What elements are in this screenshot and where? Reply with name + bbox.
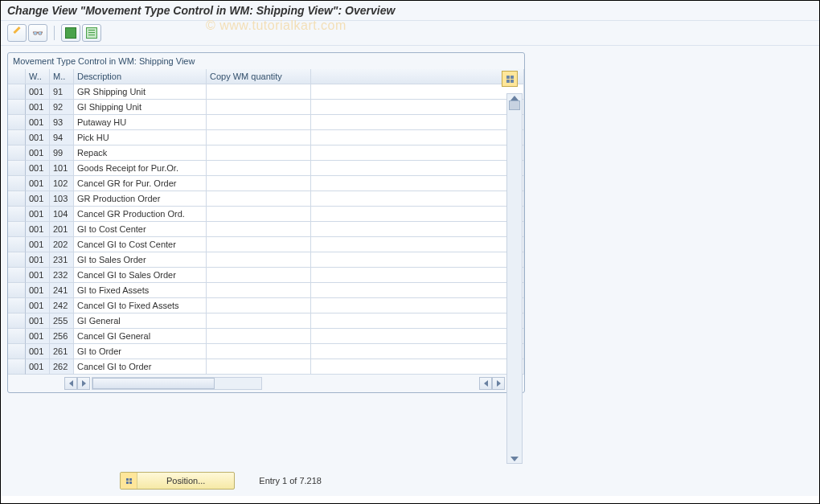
table-row[interactable]: 001231GI to Sales Order	[8, 252, 524, 268]
cell-copy[interactable]	[207, 176, 311, 191]
select-all-button[interactable]	[61, 24, 80, 42]
titlebar: Change View "Movement Type Control in WM…	[1, 1, 819, 21]
row-selector[interactable]	[8, 145, 26, 161]
col-header-select[interactable]	[8, 69, 26, 84]
table-row[interactable]: 001241GI to Fixed Assets	[8, 283, 524, 298]
toolbar-separator	[54, 26, 55, 40]
table-settings-button[interactable]	[502, 71, 518, 87]
details-button[interactable]: 👓	[28, 24, 47, 42]
cell-w: 001	[26, 222, 50, 237]
cell-copy[interactable]	[207, 237, 311, 252]
table-row[interactable]: 001101Goods Receipt for Pur.Or.	[8, 161, 524, 176]
table-row[interactable]: 001242Cancel GI to Fixed Assets	[8, 298, 524, 313]
cell-copy[interactable]	[207, 222, 311, 237]
cell-m: 242	[50, 298, 74, 313]
table-row[interactable]: 00193Putaway HU	[8, 115, 524, 130]
toggle-change-button[interactable]	[7, 24, 27, 42]
table-row[interactable]: 001256Cancel GI General	[8, 329, 524, 344]
chevron-left-icon	[69, 380, 73, 387]
table-row[interactable]: 00192GI Shipping Unit	[8, 100, 524, 115]
row-selector[interactable]	[8, 207, 26, 222]
hscroll-right2-button[interactable]	[492, 377, 505, 390]
cell-copy[interactable]	[207, 191, 311, 207]
vertical-scrollbar[interactable]	[506, 93, 523, 464]
table-row[interactable]: 001255GI General	[8, 313, 524, 329]
cell-copy[interactable]	[207, 359, 311, 375]
row-selector[interactable]	[8, 283, 26, 298]
table-row[interactable]: 00194Pick HU	[8, 130, 524, 145]
table-row[interactable]: 001201GI to Cost Center	[8, 222, 524, 237]
table-row[interactable]: 001232Cancel GI to Sales Order	[8, 268, 524, 283]
hscroll-left-button[interactable]	[64, 377, 77, 390]
row-selector[interactable]	[8, 130, 26, 145]
table-row[interactable]: 001104Cancel GR Production Ord.	[8, 207, 524, 222]
cell-description: Putaway HU	[74, 115, 207, 130]
row-selector[interactable]	[8, 298, 26, 313]
row-selector[interactable]	[8, 344, 26, 359]
cell-m: 261	[50, 344, 74, 359]
col-header-copy[interactable]: Copy WM quantity	[207, 69, 311, 84]
position-button[interactable]: Position...	[120, 472, 235, 490]
page-title: Change View "Movement Type Control in WM…	[7, 4, 813, 17]
cell-copy[interactable]	[207, 84, 311, 100]
row-selector[interactable]	[8, 115, 26, 130]
table-row[interactable]: 001261GI to Order	[8, 344, 524, 359]
deselect-all-button[interactable]	[82, 24, 101, 42]
cell-copy[interactable]	[207, 344, 311, 359]
scroll-thumb[interactable]	[509, 100, 520, 110]
cell-m: 262	[50, 359, 74, 375]
cell-blank	[311, 329, 524, 344]
hscroll-thumb[interactable]	[92, 378, 215, 389]
cell-m: 91	[50, 84, 74, 100]
table-row[interactable]: 00191GR Shipping Unit	[8, 84, 524, 100]
cell-w: 001	[26, 252, 50, 268]
col-header-w[interactable]: W..	[26, 69, 50, 84]
cell-copy[interactable]	[207, 130, 311, 145]
horizontal-scrollbar[interactable]	[8, 375, 524, 392]
cell-copy[interactable]	[207, 161, 311, 176]
row-selector[interactable]	[8, 161, 26, 176]
row-selector[interactable]	[8, 176, 26, 191]
cell-w: 001	[26, 237, 50, 252]
cell-copy[interactable]	[207, 268, 311, 283]
row-selector[interactable]	[8, 329, 26, 344]
col-header-m[interactable]: M..	[50, 69, 74, 84]
cell-copy[interactable]	[207, 313, 311, 329]
cell-copy[interactable]	[207, 252, 311, 268]
hscroll-right-button[interactable]	[77, 377, 90, 390]
cell-copy[interactable]	[207, 298, 311, 313]
cell-m: 232	[50, 268, 74, 283]
table-row[interactable]: 001262Cancel GI to Order	[8, 359, 524, 375]
table-row[interactable]: 00199Repack	[8, 145, 524, 161]
chevron-right-icon	[497, 380, 501, 387]
row-selector[interactable]	[8, 268, 26, 283]
cell-description: Cancel GI to Cost Center	[74, 237, 207, 252]
row-selector[interactable]	[8, 237, 26, 252]
scroll-down-icon[interactable]	[510, 457, 519, 461]
cell-copy[interactable]	[207, 283, 311, 298]
table-row[interactable]: 001202Cancel GI to Cost Center	[8, 237, 524, 252]
cell-w: 001	[26, 313, 50, 329]
row-selector[interactable]	[8, 359, 26, 375]
cell-copy[interactable]	[207, 115, 311, 130]
row-selector[interactable]	[8, 252, 26, 268]
row-selector[interactable]	[8, 222, 26, 237]
cell-copy[interactable]	[207, 100, 311, 115]
table-row[interactable]: 001103GR Production Order	[8, 191, 524, 207]
table-panel: Movement Type Control in WM: Shipping Vi…	[7, 52, 525, 393]
cell-w: 001	[26, 176, 50, 191]
cell-blank	[311, 359, 524, 375]
row-selector[interactable]	[8, 84, 26, 100]
cell-copy[interactable]	[207, 329, 311, 344]
row-selector[interactable]	[8, 191, 26, 207]
cell-blank	[311, 298, 524, 313]
col-header-description[interactable]: Description	[74, 69, 207, 84]
table-row[interactable]: 001102Cancel GR for Pur. Order	[8, 176, 524, 191]
row-selector[interactable]	[8, 313, 26, 329]
row-selector[interactable]	[8, 100, 26, 115]
hscroll-track[interactable]	[92, 377, 262, 390]
cell-copy[interactable]	[207, 207, 311, 222]
panel-title: Movement Type Control in WM: Shipping Vi…	[8, 53, 524, 69]
cell-copy[interactable]	[207, 145, 311, 161]
hscroll-left2-button[interactable]	[479, 377, 492, 390]
